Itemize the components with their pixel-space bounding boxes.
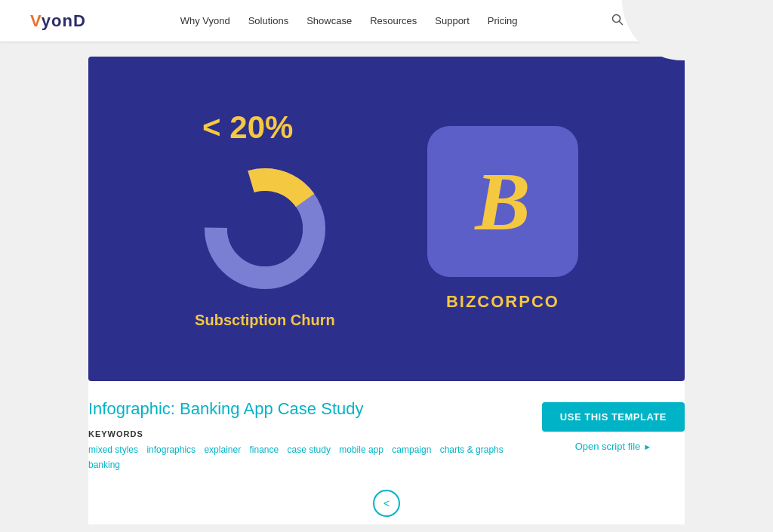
nav-why-vyond[interactable]: Why Vyond	[180, 15, 230, 26]
search-icon[interactable]	[611, 14, 624, 29]
template-title: Infographic: Banking App Case Study	[88, 399, 542, 419]
main-nav: Why Vyond Solutions Showcase Resources S…	[180, 15, 518, 26]
keywords-label: KEYWORDS	[88, 429, 542, 438]
site-header: VyonD Why Vyond Solutions Showcase Resou…	[0, 0, 773, 42]
keyword-charts-graphs[interactable]: charts & graphs	[440, 444, 504, 455]
use-template-button[interactable]: USE THIS TEMPLATE	[542, 402, 685, 432]
preview-inner: < 20% Subsctiption Churn	[88, 87, 685, 352]
brand-name: BIZCORPCO	[446, 292, 559, 312]
nav-showcase[interactable]: Showcase	[306, 15, 352, 26]
nav-pricing[interactable]: Pricing	[488, 15, 518, 26]
keyword-finance[interactable]: finance	[249, 444, 279, 455]
brand-letter: B	[475, 160, 530, 243]
logo-rest: yonD	[42, 11, 86, 30]
keyword-infographics[interactable]: infographics	[146, 444, 196, 455]
svg-line-1	[620, 21, 623, 24]
open-script-arrow-icon: ►	[643, 442, 651, 451]
template-preview: < 20% Subsctiption Churn	[88, 57, 685, 381]
keyword-case-study[interactable]: case study	[288, 444, 331, 455]
donut-chart	[197, 161, 333, 297]
keyword-mixed-styles[interactable]: mixed styles	[88, 444, 138, 455]
content-wrapper: < 20% Subsctiption Churn	[88, 57, 685, 524]
keyword-banking[interactable]: banking	[88, 460, 120, 470]
keyword-explainer[interactable]: explainer	[204, 444, 241, 455]
nav-solutions[interactable]: Solutions	[248, 15, 288, 26]
nav-support[interactable]: Support	[435, 15, 470, 26]
chart-section: < 20% Subsctiption Churn	[195, 109, 335, 329]
open-script-link[interactable]: Open script file ►	[575, 441, 652, 452]
info-right: USE THIS TEMPLATE Open script file ►	[542, 399, 685, 452]
site-logo[interactable]: VyonD	[30, 11, 86, 31]
svg-point-4	[227, 191, 303, 266]
brand-logo-box: B	[427, 126, 578, 277]
info-section: Infographic: Banking App Case Study KEYW…	[88, 381, 685, 482]
open-script-label: Open script file	[575, 441, 641, 452]
keyword-mobile-app[interactable]: mobile app	[339, 444, 383, 455]
keyword-campaign[interactable]: campaign	[392, 444, 431, 455]
brand-section: B BIZCORPCO	[427, 126, 578, 312]
main-content: < 20% Subsctiption Churn	[0, 42, 773, 532]
nav-resources[interactable]: Resources	[370, 15, 417, 26]
info-left: Infographic: Banking App Case Study KEYW…	[88, 399, 542, 470]
logo-v: V	[30, 11, 42, 30]
arrow-container: <	[88, 482, 685, 524]
keywords-list: mixed styles infographics explainer fina…	[88, 444, 542, 455]
percentage-label: < 20%	[202, 109, 293, 146]
chart-label: Subsctiption Churn	[195, 312, 335, 329]
keywords-list-row2: banking	[88, 460, 542, 470]
chevron-down-icon: <	[383, 497, 390, 509]
scroll-down-button[interactable]: <	[373, 490, 400, 517]
